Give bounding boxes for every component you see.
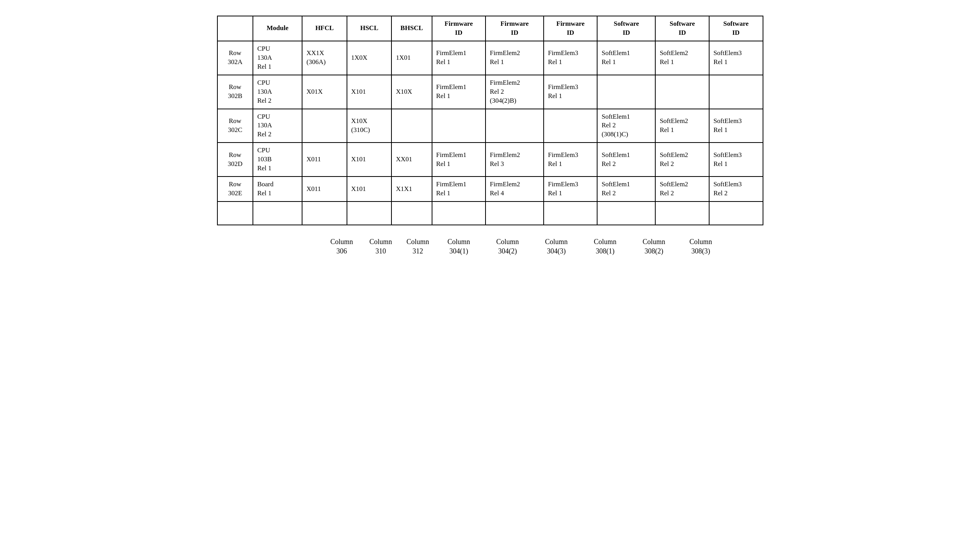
- cell-r0-c0: CPU130ARel 1: [253, 41, 302, 75]
- cell-r4-c3: X1X1: [391, 177, 432, 202]
- row-label-4: Row302E: [217, 177, 253, 202]
- col-label-4: Column304(2): [482, 237, 533, 256]
- cell-r4-c7: SoftElem1Rel 2: [597, 177, 655, 202]
- cell-r4-c1: X011: [302, 177, 347, 202]
- cell-r4-c4: FirmElem1Rel 1: [432, 177, 486, 202]
- cell-r5-c4: [432, 202, 486, 225]
- cell-r2-c8: SoftElem2Rel 1: [655, 109, 709, 143]
- table-row-0: Row302ACPU130ARel 1XX1X(306A)1X0X1X01Fir…: [217, 41, 763, 75]
- col-header-module: Module: [253, 16, 302, 41]
- col-label-items: Column306Column310Column312Column304(1)C…: [322, 237, 763, 256]
- cell-r3-c3: XX01: [391, 143, 432, 177]
- col-label-2: Column312: [400, 237, 436, 256]
- col-header-soft3: SoftwareID: [709, 16, 763, 41]
- col-label-6: Column308(1): [580, 237, 631, 256]
- cell-r5-c7: [597, 202, 655, 225]
- col-label-5: Column304(3): [533, 237, 580, 256]
- cell-r5-c9: [709, 202, 763, 225]
- cell-r3-c9: SoftElem3Rel 1: [709, 143, 763, 177]
- col-header-soft1: SoftwareID: [597, 16, 655, 41]
- cell-r1-c6: FirmElem3Rel 1: [544, 75, 598, 109]
- cell-r1-c0: CPU130ARel 2: [253, 75, 302, 109]
- cell-r4-c9: SoftElem3Rel 2: [709, 177, 763, 202]
- col-header-bhscl: BHSCL: [391, 16, 432, 41]
- cell-r3-c4: FirmElem1Rel 1: [432, 143, 486, 177]
- table-row-2: Row302CCPU130ARel 2X10X(310C)SoftElem1Re…: [217, 109, 763, 143]
- col-label-3: Column304(1): [436, 237, 482, 256]
- cell-r3-c2: X101: [347, 143, 392, 177]
- cell-r1-c4: FirmElem1Rel 1: [432, 75, 486, 109]
- cell-r1-c8: [655, 75, 709, 109]
- cell-r4-c0: BoardRel 1: [253, 177, 302, 202]
- col-header-firm3: FirmwareID: [544, 16, 598, 41]
- cell-r0-c6: FirmElem3Rel 1: [544, 41, 598, 75]
- cell-r2-c0: CPU130ARel 2: [253, 109, 302, 143]
- cell-r4-c8: SoftElem2Rel 2: [655, 177, 709, 202]
- cell-r3-c5: FirmElem2Rel 3: [486, 143, 544, 177]
- col-label-0: Column306: [322, 237, 361, 256]
- cell-r2-c9: SoftElem3Rel 1: [709, 109, 763, 143]
- col-header-hfcl: HFCL: [302, 16, 347, 41]
- cell-r3-c1: X011: [302, 143, 347, 177]
- cell-r2-c4: [432, 109, 486, 143]
- col-label-8: Column308(3): [678, 237, 724, 256]
- cell-r5-c8: [655, 202, 709, 225]
- cell-r3-c0: CPU103BRel 1: [253, 143, 302, 177]
- cell-r0-c3: 1X01: [391, 41, 432, 75]
- cell-r5-c5: [486, 202, 544, 225]
- table-row-1: Row302BCPU130ARel 2X01XX101X10XFirmElem1…: [217, 75, 763, 109]
- cell-r1-c1: X01X: [302, 75, 347, 109]
- col-header-soft2: SoftwareID: [655, 16, 709, 41]
- cell-r2-c3: [391, 109, 432, 143]
- cell-r2-c5: [486, 109, 544, 143]
- col-label-7: Column308(2): [631, 237, 678, 256]
- cell-r0-c2: 1X0X: [347, 41, 392, 75]
- cell-r5-c3: [391, 202, 432, 225]
- cell-r5-c0: [253, 202, 302, 225]
- cell-r2-c6: [544, 109, 598, 143]
- cell-r0-c7: SoftElem1Rel 1: [597, 41, 655, 75]
- row-label-1: Row302B: [217, 75, 253, 109]
- cell-r5-c6: [544, 202, 598, 225]
- column-labels-row: Column306Column310Column312Column304(1)C…: [217, 237, 763, 256]
- cell-r3-c7: SoftElem1Rel 2: [597, 143, 655, 177]
- table-area: ModuleHFCLHSCLBHSCLFirmwareIDFirmwareIDF…: [217, 16, 763, 225]
- main-table: ModuleHFCLHSCLBHSCLFirmwareIDFirmwareIDF…: [217, 16, 763, 225]
- cell-r0-c8: SoftElem2Rel 1: [655, 41, 709, 75]
- cell-r4-c2: X101: [347, 177, 392, 202]
- header-row: ModuleHFCLHSCLBHSCLFirmwareIDFirmwareIDF…: [217, 16, 763, 41]
- cell-r1-c3: X10X: [391, 75, 432, 109]
- cell-r5-c1: [302, 202, 347, 225]
- cell-r3-c6: FirmElem3Rel 1: [544, 143, 598, 177]
- col-header-hscl: HSCL: [347, 16, 392, 41]
- cell-r1-c9: [709, 75, 763, 109]
- table-row-4: Row302EBoardRel 1X011X101X1X1FirmElem1Re…: [217, 177, 763, 202]
- header-row-label: [217, 16, 253, 41]
- col-label-spacer: [248, 237, 322, 256]
- cell-r0-c1: XX1X(306A): [302, 41, 347, 75]
- cell-r4-c6: FirmElem3Rel 1: [544, 177, 598, 202]
- row-label-2: Row302C: [217, 109, 253, 143]
- cell-r1-c7: [597, 75, 655, 109]
- row-label-5: [217, 202, 253, 225]
- table-row-5: [217, 202, 763, 225]
- cell-r2-c1: [302, 109, 347, 143]
- cell-r0-c4: FirmElem1Rel 1: [432, 41, 486, 75]
- page-container: ModuleHFCLHSCLBHSCLFirmwareIDFirmwareIDF…: [217, 16, 763, 256]
- row-label-3: Row302D: [217, 143, 253, 177]
- cell-r1-c5: FirmElem2Rel 2(304(2)B): [486, 75, 544, 109]
- cell-r3-c8: SoftElem2Rel 2: [655, 143, 709, 177]
- cell-r2-c7: SoftElem1Rel 2(308(1)C): [597, 109, 655, 143]
- col-header-firm2: FirmwareID: [486, 16, 544, 41]
- cell-r0-c9: SoftElem3Rel 1: [709, 41, 763, 75]
- col-label-1: Column310: [361, 237, 400, 256]
- cell-r0-c5: FirmElem2Rel 1: [486, 41, 544, 75]
- cell-r1-c2: X101: [347, 75, 392, 109]
- cell-r4-c5: FirmElem2Rel 4: [486, 177, 544, 202]
- table-row-3: Row302DCPU103BRel 1X011X101XX01FirmElem1…: [217, 143, 763, 177]
- row-label-0: Row302A: [217, 41, 253, 75]
- cell-r2-c2: X10X(310C): [347, 109, 392, 143]
- col-header-firm1: FirmwareID: [432, 16, 486, 41]
- outer-wrapper: ModuleHFCLHSCLBHSCLFirmwareIDFirmwareIDF…: [217, 16, 763, 256]
- cell-r5-c2: [347, 202, 392, 225]
